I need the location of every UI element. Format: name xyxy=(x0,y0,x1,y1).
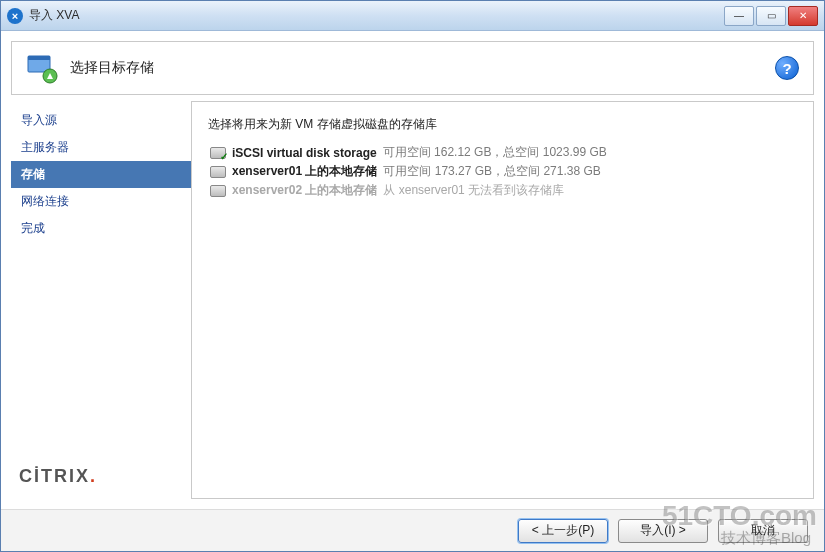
disk-icon xyxy=(210,166,226,178)
header-panel: 选择目标存储 ? xyxy=(11,41,814,95)
window-title: 导入 XVA xyxy=(29,7,724,24)
brand-text: CİTRIX xyxy=(19,466,90,486)
storage-row-xenserver02: xenserver02 上的本地存储 从 xenserver01 无法看到该存储… xyxy=(208,181,797,200)
disk-icon xyxy=(210,147,226,159)
help-icon[interactable]: ? xyxy=(775,56,799,80)
storage-detail: 可用空间 173.27 GB，总空间 271.38 GB xyxy=(383,163,600,180)
storage-name: xenserver02 上的本地存储 xyxy=(232,182,377,199)
close-button[interactable]: ✕ xyxy=(788,6,818,26)
import-button[interactable]: 导入(I) > xyxy=(618,519,708,543)
import-xva-window: × 导入 XVA — ▭ ✕ 选择目标存储 ? 导入源 主服务器 存储 网络连接… xyxy=(0,0,825,552)
titlebar: × 导入 XVA — ▭ ✕ xyxy=(1,1,824,31)
step-storage[interactable]: 存储 xyxy=(11,161,191,188)
storage-row-iscsi[interactable]: iSCSI virtual disk storage 可用空间 162.12 G… xyxy=(208,143,797,162)
wizard-footer: < 上一步(P) 导入(I) > 取消 xyxy=(1,509,824,551)
svg-rect-1 xyxy=(28,56,50,60)
maximize-button[interactable]: ▭ xyxy=(756,6,786,26)
step-home-server[interactable]: 主服务器 xyxy=(11,134,191,161)
step-finish[interactable]: 完成 xyxy=(11,215,191,242)
window-controls: — ▭ ✕ xyxy=(724,6,818,26)
minimize-button[interactable]: — xyxy=(724,6,754,26)
storage-list: iSCSI virtual disk storage 可用空间 162.12 G… xyxy=(208,143,797,200)
cancel-button[interactable]: 取消 xyxy=(718,519,808,543)
storage-detail: 从 xenserver01 无法看到该存储库 xyxy=(383,182,564,199)
storage-row-xenserver01[interactable]: xenserver01 上的本地存储 可用空间 173.27 GB，总空间 27… xyxy=(208,162,797,181)
storage-name: xenserver01 上的本地存储 xyxy=(232,163,377,180)
storage-detail: 可用空间 162.12 GB，总空间 1023.99 GB xyxy=(383,144,607,161)
header-title: 选择目标存储 xyxy=(70,59,154,77)
app-icon: × xyxy=(7,8,23,24)
step-import-source[interactable]: 导入源 xyxy=(11,107,191,134)
disk-icon xyxy=(210,185,226,197)
citrix-brand: CİTRIX. xyxy=(11,460,191,499)
storage-header-icon xyxy=(26,52,58,84)
step-networking[interactable]: 网络连接 xyxy=(11,188,191,215)
panel-instruction: 选择将用来为新 VM 存储虚拟磁盘的存储库 xyxy=(208,116,797,133)
wizard-body: 导入源 主服务器 存储 网络连接 完成 CİTRIX. 选择将用来为新 VM 存… xyxy=(11,101,814,499)
wizard-sidebar: 导入源 主服务器 存储 网络连接 完成 CİTRIX. xyxy=(11,101,191,499)
storage-panel: 选择将用来为新 VM 存储虚拟磁盘的存储库 iSCSI virtual disk… xyxy=(191,101,814,499)
storage-name: iSCSI virtual disk storage xyxy=(232,146,377,160)
previous-button[interactable]: < 上一步(P) xyxy=(518,519,608,543)
